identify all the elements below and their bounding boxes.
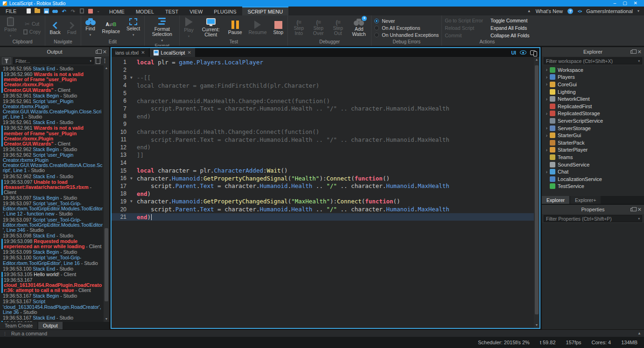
radio-on-all-exceptions[interactable]: On All Exceptions [374,25,439,31]
code-line-4[interactable]: 4local character = game:FindFirstChild(p… [112,82,534,90]
menu-tab-view[interactable]: VIEW [184,7,208,15]
replace-button[interactable]: A⇄BReplace [101,21,122,35]
commit-button[interactable]: Commit [445,33,483,38]
file-menu[interactable]: FILE [0,7,22,15]
float-panel-icon[interactable] [630,50,634,54]
code-line-10[interactable]: 10character.Humanoid.Health.Changed:Conn… [112,128,534,136]
close-tab-icon[interactable]: ✕ [188,50,191,55]
whats-new-link[interactable]: What's New [536,8,563,14]
output-options-icon[interactable]: ⋮ [102,58,107,64]
code-line-14[interactable]: 14 [112,159,534,167]
output-scrollbar[interactable]: ▲ ▼ [104,65,109,322]
maximize-button[interactable]: ▢ [623,1,627,6]
close-tab-icon[interactable]: ✕ [141,50,145,55]
undo-icon[interactable]: ↶ [61,8,67,14]
menu-tab-plugins[interactable]: PLUGINS [208,7,242,15]
fold-arrow-icon[interactable]: ▼ [130,176,137,181]
expand-chevron-icon[interactable]: › [544,97,550,102]
log-entry[interactable]: 19:36:52.962 Stack Begin - Studio [1,147,103,152]
log-entry[interactable]: 19:36:53.167 cloud_161301454.RoadPlugin.… [1,278,103,293]
menu-tab-test[interactable]: TEST [160,7,184,15]
close-panel-icon[interactable]: ✕ [637,207,642,212]
redo-icon[interactable]: ↷ [70,8,76,14]
close-panel-icon[interactable]: ✕ [103,49,107,55]
play-button[interactable]: Play▾ [182,17,195,39]
explorer-item-networkclient[interactable]: ›NetworkClient [542,95,644,103]
log-entry[interactable]: 19:36:53.167 Stack Begin - Studio [1,293,103,299]
code-line-5[interactable]: 5 [112,89,534,97]
cut-button[interactable]: ✂Cut [22,21,42,28]
scroll-down-icon[interactable]: ▼ [105,316,108,322]
code-line-6[interactable]: 6character.Humanoid.MaxHealth.Changed:Co… [112,97,534,105]
code-line-2[interactable]: 2 [112,66,534,74]
go-to-script-error-button[interactable]: Go to Script Error [445,18,483,23]
eye-icon[interactable] [520,50,526,55]
log-entry[interactable]: 19:36:53.097 Stack Begin - Studio [1,195,103,201]
log-entry[interactable]: 19:36:53.097 Script 'user_Tool-Grip-Edit… [1,217,103,233]
radio-on-unhandled-exceptions[interactable]: On Unhandled Exceptions [374,32,439,38]
minimize-button[interactable]: – [614,1,616,6]
code-line-12[interactable]: 12end) [112,144,534,152]
add-watch-button[interactable]: + Add Watch [350,18,368,37]
code-line-15[interactable]: 15local character = plr.CharacterAdded:W… [112,167,534,174]
pause-button[interactable]: Pause [227,20,244,35]
radio-never[interactable]: Never [374,18,439,24]
step-out-button[interactable]: (≡Step Out [330,19,346,36]
float-panel-icon[interactable] [630,208,634,211]
back-button[interactable]: Back [48,21,62,35]
filter-funnel-button[interactable] [2,57,11,64]
float-panel-icon[interactable] [96,50,99,54]
stop-icon-small[interactable] [88,8,93,14]
device-emulator-icon[interactable] [530,50,536,55]
code-line-16[interactable]: 16▼character.Humanoid:GetPropertyChanged… [112,174,534,182]
log-entry[interactable]: 19:36:52.961 Stack Begin - Studio [1,93,103,98]
log-entry[interactable]: 19:36:52.960 Wizards is not a valid memb… [1,72,103,93]
find-icon[interactable] [52,8,58,14]
expand-chevron-icon[interactable]: › [544,133,550,138]
step-over-button[interactable]: (≡Step Over [310,19,326,36]
scroll-up-icon[interactable]: ▲ [105,65,108,71]
side-tab-explorer-[interactable]: Explorer+ [570,196,601,204]
command-bar-expand-icon[interactable]: ▲ [637,331,641,335]
log-entry[interactable]: 19:36:52.961 Script 'user_Plugin Creator… [1,99,103,120]
explorer-item-replicatedstorage[interactable]: ›ReplicatedStorage [542,110,644,118]
expand-chevron-icon[interactable]: › [544,75,550,80]
explorer-item-players[interactable]: ›Players [542,74,644,81]
log-entry[interactable]: 19:36:53.100 Script 'user_Tool-Grip-Edit… [1,255,103,265]
reload-script-button[interactable]: Reload Script [445,25,483,31]
close-panel-icon[interactable]: ✕ [637,49,642,55]
copy-button[interactable]: Copy [22,29,42,35]
log-entry[interactable]: 19:36:53.167 Stack End - Studio [1,315,103,320]
explorer-filter-input[interactable]: Filter workspace (Ctrl+Shift+X)▾ [544,57,642,64]
code-area[interactable]: 1local plr = game.Players.LocalPlayer23▼… [112,57,534,328]
tab-localscript[interactable]: LocalScript✕ [150,48,195,57]
format-selection-button[interactable]: Format Selection▾ [147,16,176,43]
select-button[interactable]: Select▾ [125,18,141,38]
log-entry[interactable]: 19:36:52.955 Stack End - Studio [1,66,103,71]
code-line-9[interactable]: 9 [112,120,534,128]
scroll-up-icon[interactable]: ▲ [535,57,539,63]
explorer-item-replicatedfirst[interactable]: ReplicatedFirst [542,103,644,110]
explorer-item-starterplayer[interactable]: ›StarterPlayer [542,146,644,154]
log-entry[interactable]: 19:36:53.100 Stack End - Studio [1,266,103,271]
expand-chevron-icon[interactable]: › [544,67,550,72]
code-line-18[interactable]: 18end) [112,190,534,198]
scroll-down-icon[interactable]: ▼ [535,322,539,328]
explorer-item-serverstorage[interactable]: ›ServerStorage [542,125,644,132]
code-line-17[interactable]: 17 script.Parent.Text = character.Humano… [112,182,534,190]
properties-filter-input[interactable]: Filter Properties (Ctrl+Shift+P)▾ [544,215,642,222]
expand-chevron-icon[interactable]: › [544,111,550,116]
menu-tab-model[interactable]: MODEL [130,7,160,15]
explorer-item-lighting[interactable]: Lighting [542,88,644,96]
code-line-3[interactable]: 3▼--[[ [112,74,534,82]
expand-chevron-icon[interactable]: › [544,82,550,87]
explorer-item-soundservice[interactable]: SoundService [542,161,644,168]
log-entry[interactable]: 19:36:52.962 Stack End - Studio [1,174,103,179]
code-line-8[interactable]: 8end) [112,112,534,120]
log-entry[interactable]: 19:36:53.097 Script 'user_Tool-Grip-Edit… [1,201,103,216]
current-client-button[interactable]: Current: Client [199,18,223,38]
bottom-tab-output[interactable]: Output [38,322,63,329]
tab-ians-ui-rbxl[interactable]: ians ui.rbxl✕ [112,48,149,57]
log-entry[interactable]: 19:36:52.962 Script 'user_Plugin Creator… [1,153,103,174]
clear-output-button[interactable] [96,59,100,64]
